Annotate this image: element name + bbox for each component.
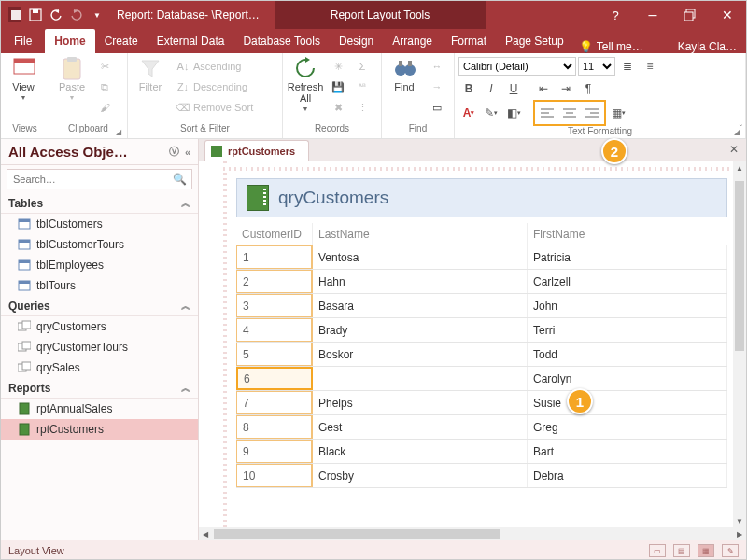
font-size-select[interactable]: 11 — [578, 57, 615, 76]
scroll-up-icon[interactable]: ▲ — [733, 161, 746, 175]
cell-customerid[interactable]: 10 — [236, 464, 313, 487]
cell-firstname[interactable]: Todd — [528, 343, 727, 366]
nav-item-rptannualsales[interactable]: rptAnnualSales — [1, 399, 198, 419]
nav-dropdown-icon[interactable]: ⓥ — [169, 145, 179, 159]
cell-firstname[interactable]: Debra — [528, 464, 727, 487]
report-row[interactable]: 4BradyTerri — [236, 318, 727, 343]
tab-file[interactable]: File — [1, 29, 45, 53]
cell-customerid[interactable]: 1 — [236, 245, 313, 269]
report-row[interactable]: 2HahnCarlzell — [236, 270, 727, 294]
nav-item-qrysales[interactable]: qrySales — [1, 357, 198, 378]
totals-button[interactable]: Σ — [352, 57, 373, 76]
remove-sort-button[interactable]: ⌫Remove Sort — [173, 98, 277, 117]
tab-home[interactable]: Home — [45, 29, 94, 53]
italic-button[interactable]: I — [481, 79, 501, 98]
cell-firstname[interactable]: Bart — [528, 440, 727, 463]
filter-button[interactable]: Filter — [132, 55, 169, 94]
report-row[interactable]: 3BasaraJohn — [236, 294, 727, 318]
cell-customerid[interactable]: 9 — [236, 440, 313, 463]
nav-item-tbltours[interactable]: tblTours — [1, 275, 198, 296]
increase-indent-button[interactable]: ⇥ — [556, 79, 576, 98]
dialog-launcher-icon[interactable]: ◢ — [116, 128, 121, 136]
restore-button[interactable] — [671, 1, 709, 29]
refresh-all-button[interactable]: Refresh All ▼ — [287, 55, 324, 114]
cell-lastname[interactable]: Boskor — [313, 343, 528, 366]
bullets-button[interactable]: ≣ — [617, 57, 638, 76]
highlight-button[interactable]: ✎▾ — [481, 104, 501, 122]
spelling-button[interactable]: ᴬᴮ — [352, 77, 373, 96]
report-row[interactable]: 5BoskorTodd — [236, 343, 727, 367]
cell-lastname[interactable]: Gest — [313, 415, 528, 439]
redo-icon[interactable] — [70, 8, 83, 21]
cell-lastname[interactable]: Black — [313, 440, 528, 463]
nav-group-reports[interactable]: Reports︽ — [1, 378, 198, 399]
cell-firstname[interactable]: Terri — [528, 318, 727, 342]
scroll-thumb[interactable] — [735, 181, 744, 351]
report-row[interactable]: 9BlackBart — [236, 440, 727, 464]
align-left-button[interactable] — [536, 103, 558, 123]
more-records-button[interactable]: ⋮ — [352, 98, 373, 117]
align-center-button[interactable] — [558, 103, 581, 123]
nav-search-input[interactable] — [7, 169, 192, 189]
close-button[interactable]: ✕ — [709, 1, 746, 29]
scroll-left-icon[interactable]: ◀ — [199, 527, 212, 540]
cell-lastname[interactable]: Crosby — [313, 464, 528, 487]
nav-group-queries[interactable]: Queries︽ — [1, 296, 198, 316]
underline-button[interactable]: U — [503, 79, 524, 98]
collapse-ribbon-button[interactable]: ˇ — [740, 124, 742, 134]
cell-lastname[interactable]: Hahn — [313, 270, 528, 293]
decrease-indent-button[interactable]: ⇤ — [533, 79, 554, 98]
report-title-bar[interactable]: qryCustomers — [236, 178, 727, 217]
replace-button[interactable]: ↔ — [427, 57, 447, 76]
delete-record-button[interactable]: ✖ — [328, 98, 348, 117]
cell-lastname[interactable] — [313, 367, 528, 390]
report-view-button[interactable]: ▭ — [649, 544, 666, 557]
nav-item-tblemployees[interactable]: tblEmployees — [1, 255, 198, 275]
gridlines-button[interactable]: ▦▾ — [608, 104, 628, 122]
font-color-button[interactable]: A▾ — [458, 104, 479, 122]
signed-in-user[interactable]: Kayla Cla… — [678, 40, 746, 53]
layout-view-button[interactable]: ▦ — [698, 544, 714, 557]
tab-format[interactable]: Format — [442, 29, 496, 53]
text-direction-button[interactable]: ¶ — [578, 79, 599, 98]
cell-firstname[interactable]: Carolyn — [528, 367, 727, 390]
goto-button[interactable]: → — [427, 77, 447, 96]
print-preview-button[interactable]: ▤ — [673, 544, 690, 557]
report-row[interactable]: 8GestGreg — [236, 415, 727, 440]
column-header-lastname[interactable]: LastName — [313, 223, 528, 245]
scroll-right-icon[interactable]: ▶ — [733, 527, 746, 540]
find-button[interactable]: Find — [386, 55, 423, 94]
close-tab-button[interactable]: ✕ — [729, 143, 739, 156]
help-button[interactable]: ? — [597, 1, 634, 29]
view-button[interactable]: View ▼ — [5, 55, 42, 103]
nav-item-qrycustomertours[interactable]: qryCustomerTours — [1, 337, 198, 357]
nav-group-tables[interactable]: Tables︽ — [1, 193, 198, 214]
cell-firstname[interactable]: Carlzell — [528, 270, 727, 293]
nav-item-qrycustomers[interactable]: qryCustomers — [1, 316, 198, 337]
cell-firstname[interactable]: Susie — [528, 391, 727, 414]
cell-customerid[interactable]: 8 — [236, 415, 313, 439]
sort-ascending-button[interactable]: A↓Ascending — [173, 57, 277, 76]
nav-item-tblcustomers[interactable]: tblCustomers — [1, 214, 198, 234]
bold-button[interactable]: B — [458, 79, 479, 98]
cell-customerid[interactable]: 6 — [236, 367, 313, 390]
nav-header[interactable]: All Access Obje… ⓥ« — [1, 139, 198, 165]
tell-me-search[interactable]: 💡Tell me… — [579, 40, 643, 53]
cell-firstname[interactable]: Patricia — [528, 245, 727, 269]
report-row[interactable]: 7PhelpsSusie — [236, 391, 727, 415]
cell-lastname[interactable]: Basara — [313, 294, 528, 317]
cell-customerid[interactable]: 5 — [236, 343, 313, 366]
vertical-scrollbar[interactable]: ▲ ▼ — [733, 161, 746, 527]
cell-customerid[interactable]: 7 — [236, 391, 313, 414]
tab-arrange[interactable]: Arrange — [383, 29, 442, 53]
column-header-firstname[interactable]: FirstName — [528, 223, 727, 245]
numbering-button[interactable]: ≡ — [640, 57, 660, 76]
tab-design[interactable]: Design — [330, 29, 383, 53]
format-painter-button[interactable]: 🖌 — [94, 98, 115, 117]
search-icon[interactable]: 🔍 — [173, 173, 187, 186]
select-button[interactable]: ▭ — [427, 98, 447, 117]
scroll-down-icon[interactable]: ▼ — [733, 514, 746, 527]
report-canvas[interactable]: qryCustomers CustomerID LastName FirstNa… — [199, 161, 746, 527]
report-row[interactable]: 6Carolyn — [236, 367, 727, 391]
cell-lastname[interactable]: Brady — [313, 318, 528, 342]
